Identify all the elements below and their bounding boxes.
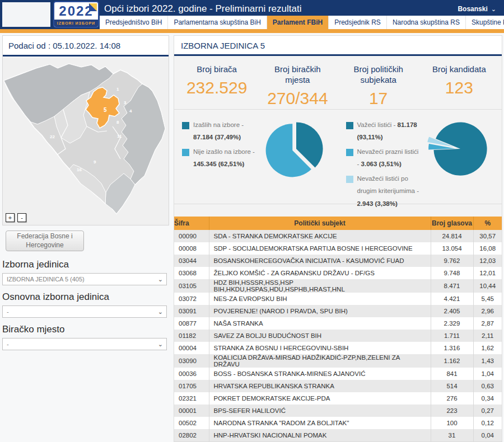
tab-predsjednik-rs[interactable]: Predsjednik RS	[329, 16, 387, 29]
entity-federacija-button[interactable]: Federacija Bosne i Hercegovine	[6, 231, 84, 251]
results-table-body: 00090SDA - STRANKA DEMOKRATSKE AKCIJE24.…	[174, 230, 502, 441]
map-region-number: 3	[124, 100, 127, 105]
cell-sifra: 03044	[174, 255, 209, 267]
cell-subjekt: SAVEZ ZA BOLJU BUDUĆNOST BIH	[209, 330, 431, 342]
panel-rule	[3, 55, 169, 57]
table-row: 02321POKRET DEMOKRATSKE AKCIJE-PDA2760,3…	[174, 392, 502, 405]
cell-glasova: 1.316	[431, 342, 473, 354]
zoom-out-button[interactable]: -	[17, 213, 26, 222]
stat-broj-biraca: Broj birača 232.529	[176, 64, 257, 109]
tab-predsjednistvo-bih[interactable]: Predsjedništvo BiH	[100, 16, 168, 29]
cell-glasova: 4.421	[431, 293, 473, 305]
legend-item: Izašlih na izbore - 87.184 (37,49%)	[182, 119, 258, 144]
osnovna-izborna-jedinica-value: -	[7, 308, 9, 315]
chevron-down-icon: ⌄	[158, 274, 163, 285]
table-row: 00502NARODNA STRANKA "RADOM ZA BOLJITAK"…	[174, 417, 502, 429]
map-region-number: 16	[77, 167, 82, 172]
map-zoom-controls: +-	[6, 213, 29, 222]
cell-glasova: 9.748	[431, 267, 473, 279]
chevron-down-icon: ⌄	[491, 6, 496, 12]
biracko-mjesto-select[interactable]: - ⌄	[2, 338, 167, 350]
table-row: 03091POVJERENJE! (NAROD I PRAVDA, SPU BI…	[174, 305, 502, 317]
tab-skupstine-kantona-fbih[interactable]: Skupštine kantona u FBiH	[466, 16, 504, 29]
cell-subjekt: HRVATSKA REPUBLIKANSKA STRANKA	[209, 380, 431, 392]
language-label: Bosanski	[458, 5, 487, 13]
tab-parlament-fbih[interactable]: Parlament FBiH	[267, 16, 329, 29]
cell-sifra: 02321	[174, 392, 209, 405]
cell-glasova: 841	[431, 368, 473, 380]
cell-pct: 1,62	[473, 342, 502, 354]
izborna-jedinica-value: IZBORNA JEDINICA 5 (405)	[7, 276, 85, 283]
cell-pct: 0,34	[473, 392, 502, 405]
legend-item: Nevažeći prazni listići - 3.063 (3,51%)	[346, 145, 422, 171]
izborna-jedinica-select[interactable]: IZBORNA JEDINICA 5 (405) ⌄	[2, 273, 167, 285]
stat-value: 270/344	[257, 89, 338, 108]
cell-sifra: 00036	[174, 368, 209, 380]
language-selector[interactable]: Bosanski⌄	[458, 5, 496, 13]
biracko-mjesto-value: -	[7, 341, 9, 347]
cell-subjekt: POKRET DEMOKRATSKE AKCIJE-PDA	[209, 392, 431, 405]
table-row: 00004STRANKA ZA BOSNU I HERCEGOVINU-SBIH…	[174, 342, 502, 354]
ballots-chart-group: Važeći listići - 81.178 (93,11%) Nevažeć…	[338, 114, 502, 204]
stat-broj-birackih-mjesta: Broj biračkih mjesta 270/344	[257, 64, 338, 109]
osnovna-izborna-jedinica-select[interactable]: - ⌄	[2, 305, 167, 318]
filter-section: Izborna jedinica IZBORNA JEDINICA 5 (405…	[2, 253, 167, 350]
cell-sifra: 03105	[174, 279, 209, 293]
table-row: 03044BOSANSKOHERCEGOVAČKA INICIJATIVA - …	[174, 255, 502, 267]
stat-label: Broj birača	[181, 64, 253, 75]
cell-pct: 1,04	[473, 368, 502, 380]
cell-subjekt: STRANKA ZA BOSNU I HERCEGOVINU-SBIH	[209, 342, 431, 354]
cell-pct: 0,04	[473, 429, 502, 441]
filter-label-osnovna-izborna-jedinica: Osnovna izborna jedinica	[2, 291, 167, 303]
cell-subjekt: BOSS - BOSANSKA STRANKA-MIRNES AJANOVIĆ	[209, 368, 431, 380]
spacer	[174, 204, 502, 217]
stat-broj-kandidata: Broj kandidata 123	[419, 64, 500, 109]
legend-swatch-dark	[182, 122, 189, 129]
table-row: 00008SDP - SOCIJALDEMOKRATSKA PARTIJA BO…	[174, 242, 502, 255]
table-row: 03105HDZ BIH,HSSSR,HSS,HSP BIH,HKDU,HSPA…	[174, 279, 502, 293]
filter-label-biracko-mjesto: Biračko mjesto	[2, 324, 167, 335]
cell-pct: 12,03	[473, 255, 502, 267]
election-logo: 2022 IZBORI ИЗБОРИ	[53, 1, 99, 28]
cell-subjekt: KOALICIJA DRŽAVA-MIRSAD HADŽIKADIĆ-PZP,N…	[209, 354, 431, 368]
logo-subtitle: IZBORI ИЗБОРИ	[54, 20, 98, 27]
legend-text: Važeći listići - 81.178 (93,11%)	[357, 119, 422, 144]
cell-sifra: 03090	[174, 354, 209, 368]
map-panel: Podaci od : 05.10.2022. 14:08 5 13481122…	[2, 35, 169, 225]
map-region-number: 1	[116, 87, 119, 92]
cell-subjekt: BPS-SEFER HALILOVIĆ	[209, 405, 431, 417]
cell-subjekt: ŽELJKO KOMŠIĆ - ZA GRAĐANSKU DRŽAVU - DF…	[209, 267, 431, 279]
cell-subjekt: NAŠA STRANKA	[209, 317, 431, 330]
cell-glasova: 100	[431, 417, 473, 429]
cell-glasova: 31	[431, 429, 473, 441]
cell-glasova: 24.814	[431, 230, 473, 242]
cell-sifra: 02802	[174, 429, 209, 441]
cell-pct: 2,11	[473, 330, 502, 342]
zoom-in-button[interactable]: +	[6, 213, 15, 222]
cell-glasova: 9.762	[431, 255, 473, 267]
cell-pct: 12,01	[473, 267, 502, 279]
app-header: 2022 IZBORI ИЗБОРИ Opći izbori 2022. god…	[0, 0, 504, 29]
turnout-legend: Izašlih na izbore - 87.184 (37,49%) Nije…	[174, 114, 259, 204]
legend-item: Nevažeći listići po drugim kriterijumima…	[346, 172, 422, 210]
stat-value: 232.529	[176, 78, 257, 97]
cell-glasova: 276	[431, 392, 473, 405]
results-table: Šifra Politički subjekt Broj glasova % 0…	[174, 217, 502, 441]
cell-sifra: 01182	[174, 330, 209, 342]
ballots-legend: Važeći listići - 81.178 (93,11%) Nevažeć…	[338, 114, 423, 204]
tab-narodna-skupstina-rs[interactable]: Narodna skupština RS	[387, 16, 466, 29]
map-area: 5 13481122916 +-	[3, 57, 169, 225]
column-politicki-subjekt: Politički subjekt	[209, 217, 431, 230]
tab-parlamentarna-skupstina-bih[interactable]: Parlamentarna skupština BiH	[168, 16, 267, 29]
cell-pct: 0,27	[473, 405, 502, 417]
stat-label: Broj političkih subjekata	[343, 64, 414, 86]
table-header-row: Šifra Politički subjekt Broj glasova %	[174, 217, 502, 230]
legend-text: Nije izašlo na izbore - 145.345 (62,51%)	[193, 145, 258, 171]
chevron-down-icon: ⌄	[158, 306, 163, 317]
ballots-pie-chart	[427, 115, 494, 182]
legend-text: Nevažeći prazni listići - 3.063 (3,51%)	[357, 145, 422, 171]
legend-item: Nije izašlo na izbore - 145.345 (62,51%)	[182, 145, 258, 171]
cell-pct: 16,08	[473, 242, 502, 255]
column-broj-glasova: Broj glasova	[431, 217, 473, 230]
table-row: 00877NAŠA STRANKA2.3292,87	[174, 317, 502, 330]
